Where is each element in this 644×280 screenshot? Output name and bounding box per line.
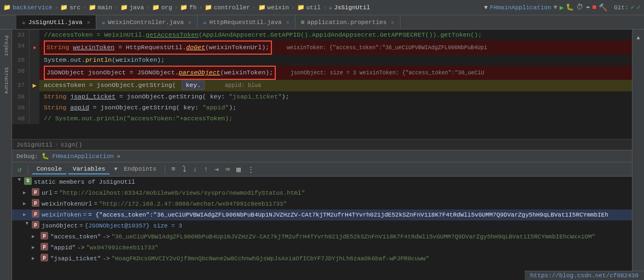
path-jssignutil[interactable]: JsSignUtil bbox=[334, 4, 370, 11]
coverage-button[interactable]: ☂ bbox=[585, 3, 590, 12]
breadcrumb-jssignutil[interactable]: JsSignUtil bbox=[16, 142, 53, 148]
restart-debug-button[interactable]: ↺ bbox=[15, 164, 24, 175]
tab-java-icon2: ☕ bbox=[102, 19, 106, 26]
breakpoint-34[interactable]: ● bbox=[33, 45, 36, 51]
expand-jsonobject-icon[interactable]: ▶ bbox=[22, 222, 32, 230]
expand-appid-icon[interactable]: ▶ bbox=[32, 243, 39, 253]
step-out-button[interactable]: ↑ bbox=[202, 164, 211, 174]
gutter-35 bbox=[30, 55, 39, 66]
right-sidebar-label[interactable]: ▲ bbox=[634, 32, 642, 44]
app-selector[interactable]: ▼ bbox=[484, 4, 488, 11]
line-content-33[interactable]: //accessToken = WeixinUtil.getAccessToke… bbox=[39, 30, 632, 40]
tab-application-properties[interactable]: ⚙ application.properties ✕ bbox=[295, 15, 401, 29]
gutter-37: ▶ bbox=[30, 80, 39, 91]
step-into-button[interactable]: ↓ bbox=[191, 164, 200, 174]
debug-tab-console[interactable]: Console bbox=[32, 165, 66, 174]
build-button[interactable]: 🔨 bbox=[599, 3, 607, 12]
line-content-39[interactable]: String appid = jsonObject.getString( key… bbox=[39, 102, 632, 113]
line-content-36[interactable]: JSONObject jsonObject = JSONObject.parse… bbox=[39, 66, 632, 80]
sort-button[interactable]: ≡ bbox=[169, 164, 178, 174]
tab-jssignutil[interactable]: ☕ JsSignUtil.java ✕ bbox=[16, 15, 96, 29]
path-weixin[interactable]: weixin bbox=[268, 4, 289, 11]
var-val-weixintokenurl: "http://172.168.2.47:8080/wechat/wx04799… bbox=[99, 199, 287, 209]
path-fh[interactable]: fh bbox=[189, 4, 196, 11]
debug-tab-endpoints[interactable]: Endpoints bbox=[119, 165, 160, 174]
code-line-39: 39 String appid = jsonObject.getString( … bbox=[12, 102, 632, 113]
path-src[interactable]: src bbox=[69, 4, 80, 11]
evaluate-button[interactable]: ⌨ bbox=[223, 164, 232, 175]
tab-java-icon3: ☕ bbox=[203, 19, 207, 26]
private-icon-access-token: p bbox=[40, 232, 48, 240]
code-line-34: 34 ● String weixinToken = HttpRequestUti… bbox=[12, 40, 632, 55]
expand-jsapi-ticket-icon[interactable]: ▶ bbox=[32, 254, 39, 264]
debug-row-appid: ▶ p "appid" -> "wx047991c8eeb11733" bbox=[12, 242, 632, 253]
profile-button[interactable]: ⏱ bbox=[576, 3, 583, 11]
left-sidebar: Project Structure bbox=[0, 30, 12, 280]
status-url[interactable]: https://blog.csdn.net/cf082430 bbox=[530, 272, 639, 279]
tab-appprops-label: application.properties bbox=[307, 19, 386, 26]
code-line-40: 40 // System.out.println("accessToken:"+… bbox=[12, 113, 632, 124]
tab-weixincontroller-label: WeixinController.java bbox=[108, 19, 184, 26]
line-content-35[interactable]: System.out.println(weixinToken); bbox=[39, 55, 632, 66]
run-button[interactable]: ▶ bbox=[560, 3, 564, 12]
debug-row-weixintokenurl: ▶ p weixinTokenUrl = "http://172.168.2.4… bbox=[12, 199, 632, 209]
private-icon-jsonobject: p bbox=[32, 221, 39, 229]
var-name-jsonobject: jsonObject bbox=[42, 221, 78, 231]
debug-session-name[interactable]: FHmainApplication bbox=[53, 153, 114, 160]
git-check-icon: ✓ bbox=[631, 3, 635, 11]
var-val-appid: "wx047991c8eeb11733" bbox=[86, 243, 158, 253]
folder-icon: 📁 bbox=[3, 4, 11, 11]
step-over-button[interactable]: ⤵ bbox=[180, 164, 189, 176]
path-controller[interactable]: controller bbox=[214, 4, 250, 11]
frames-button[interactable]: ▦ bbox=[234, 164, 243, 175]
project-path: 📁 backservice › 📁 src › 📁 main › 📁 java … bbox=[3, 4, 370, 11]
sidebar-structure-label[interactable]: Structure bbox=[2, 64, 10, 97]
private-icon-jsapi-ticket: p bbox=[40, 254, 48, 261]
breadcrumb-sign[interactable]: sign() bbox=[61, 142, 83, 148]
line-content-34[interactable]: String weixinToken = HttpRequestUtil.doG… bbox=[39, 40, 632, 55]
var-val-url: "http://localhost:63342/mobileweb/views/… bbox=[59, 188, 305, 198]
var-val-access-token: "36_ueCiUPVBWIAdgZFL906NbPuB4Up1NJVZHzZV… bbox=[112, 232, 596, 242]
tab-close-weixincontroller[interactable]: ✕ bbox=[188, 19, 192, 26]
var-name-jsapi-ticket: "jsapi_ticket" bbox=[50, 254, 101, 264]
private-icon-weixintokenurl: p bbox=[32, 199, 39, 207]
run-toolbar: ▼ FHmainApplication ▼ ▶ 🐛 ⏱ ☂ ■ 🔨 Git: ✓… bbox=[484, 3, 641, 12]
toolbar-sep2 bbox=[165, 165, 165, 174]
expand-access-token-icon[interactable]: ▶ bbox=[32, 232, 39, 242]
stop-button[interactable]: ■ bbox=[592, 3, 596, 11]
expand-weixintoken-icon[interactable]: ▶ bbox=[23, 210, 31, 220]
var-name-appid: "appid" bbox=[50, 243, 76, 253]
debug-label: Debug: bbox=[16, 153, 38, 160]
right-sidebar: ▲ bbox=[632, 30, 644, 280]
path-java[interactable]: java bbox=[130, 4, 144, 11]
tab-httprequestutil[interactable]: ☕ HttpRequestUtil.java ✕ bbox=[198, 15, 295, 29]
editor-tab-bar: ☕ JsSignUtil.java ✕ ☕ WeixinController.j… bbox=[0, 15, 644, 30]
tab-close-httprequestutil[interactable]: ✕ bbox=[286, 19, 289, 26]
path-backservice[interactable]: backservice bbox=[13, 4, 53, 11]
more-button[interactable]: ⋮ bbox=[245, 164, 257, 175]
sidebar-project-label[interactable]: Project bbox=[2, 32, 10, 60]
static-members-name: static members of JsSignUtil bbox=[34, 177, 135, 187]
line-content-40[interactable]: // System.out.println("accessToken:"+acc… bbox=[39, 113, 632, 124]
path-main[interactable]: main bbox=[98, 4, 112, 11]
variables-settings-icon[interactable]: ▼ bbox=[114, 166, 117, 172]
app-name-display[interactable]: FHmainApplication bbox=[490, 4, 551, 11]
debug-button[interactable]: 🐛 bbox=[566, 3, 574, 11]
expand-static-icon[interactable]: ▶ bbox=[14, 178, 24, 186]
tab-close-appprops[interactable]: ✕ bbox=[391, 19, 394, 26]
debug-tab-variables[interactable]: Variables bbox=[68, 165, 109, 174]
var-val-jsapi-ticket: "HoagFKDcsGMVCIY2vOjf9mnQbcNwne2w8Cchnwh… bbox=[112, 254, 430, 264]
expand-url-icon[interactable]: ▶ bbox=[23, 188, 31, 198]
path-org[interactable]: org bbox=[161, 4, 172, 11]
code-line-35: 35 System.out.println(weixinToken); bbox=[12, 55, 632, 66]
line-content-37[interactable]: accessToken = jsonObject.getString( key.… bbox=[39, 80, 632, 91]
line-content-38[interactable]: String jsapi_ticket = jsonObject.getStri… bbox=[39, 91, 632, 102]
tab-weixincontroller[interactable]: ☕ WeixinController.java ✕ bbox=[96, 15, 198, 29]
code-line-33: 33 //accessToken = WeixinUtil.getAccessT… bbox=[12, 30, 632, 40]
tab-close-jssignutil[interactable]: ✕ bbox=[87, 19, 90, 26]
private-icon-url: p bbox=[32, 188, 39, 196]
run-cursor-button[interactable]: ⇥ bbox=[212, 164, 221, 175]
path-util[interactable]: util bbox=[306, 4, 321, 11]
debug-session-close[interactable]: ✕ bbox=[117, 153, 120, 160]
expand-weixintokenurl-icon[interactable]: ▶ bbox=[23, 199, 31, 209]
